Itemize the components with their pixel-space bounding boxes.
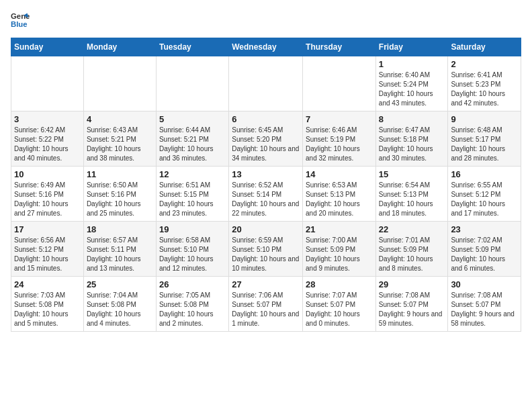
header-day-friday: Friday bbox=[375, 38, 448, 56]
calendar-cell: 20Sunrise: 6:59 AM Sunset: 5:10 PM Dayli… bbox=[229, 222, 303, 277]
calendar-cell: 3Sunrise: 6:42 AM Sunset: 5:22 PM Daylig… bbox=[11, 111, 84, 167]
header-day-wednesday: Wednesday bbox=[229, 38, 303, 56]
day-number: 14 bbox=[306, 169, 373, 179]
day-info: Sunrise: 6:51 AM Sunset: 5:15 PM Dayligh… bbox=[159, 181, 226, 218]
day-info: Sunrise: 6:40 AM Sunset: 5:24 PM Dayligh… bbox=[379, 71, 445, 108]
day-number: 6 bbox=[232, 114, 300, 124]
day-info: Sunrise: 6:52 AM Sunset: 5:14 PM Dayligh… bbox=[232, 181, 300, 218]
calendar-cell bbox=[11, 56, 84, 111]
calendar-cell: 19Sunrise: 6:58 AM Sunset: 5:10 PM Dayli… bbox=[156, 222, 228, 277]
day-info: Sunrise: 6:49 AM Sunset: 5:16 PM Dayligh… bbox=[14, 181, 81, 218]
logo: General Blue bbox=[11, 11, 30, 30]
week-row-2: 3Sunrise: 6:42 AM Sunset: 5:22 PM Daylig… bbox=[11, 111, 521, 167]
day-number: 12 bbox=[159, 169, 226, 179]
week-row-5: 24Sunrise: 7:03 AM Sunset: 5:08 PM Dayli… bbox=[11, 277, 521, 332]
calendar-cell: 30Sunrise: 7:08 AM Sunset: 5:07 PM Dayli… bbox=[448, 277, 521, 332]
day-number: 22 bbox=[379, 224, 445, 234]
day-number: 15 bbox=[379, 169, 445, 179]
day-number: 20 bbox=[232, 224, 300, 234]
header-day-thursday: Thursday bbox=[303, 38, 376, 56]
day-number: 10 bbox=[14, 169, 81, 179]
day-number: 1 bbox=[379, 59, 445, 69]
day-info: Sunrise: 7:08 AM Sunset: 5:07 PM Dayligh… bbox=[451, 291, 518, 328]
day-info: Sunrise: 6:42 AM Sunset: 5:22 PM Dayligh… bbox=[14, 126, 81, 163]
day-number: 19 bbox=[159, 224, 226, 234]
day-number: 4 bbox=[87, 114, 153, 124]
logo-icon: General Blue bbox=[11, 11, 30, 30]
calendar-cell: 26Sunrise: 7:05 AM Sunset: 5:08 PM Dayli… bbox=[156, 277, 228, 332]
calendar-cell: 8Sunrise: 6:47 AM Sunset: 5:18 PM Daylig… bbox=[375, 111, 448, 167]
calendar-cell bbox=[303, 56, 376, 111]
week-row-3: 10Sunrise: 6:49 AM Sunset: 5:16 PM Dayli… bbox=[11, 167, 521, 222]
day-number: 7 bbox=[306, 114, 373, 124]
day-info: Sunrise: 6:47 AM Sunset: 5:18 PM Dayligh… bbox=[379, 126, 445, 163]
calendar-cell: 1Sunrise: 6:40 AM Sunset: 5:24 PM Daylig… bbox=[375, 56, 448, 111]
day-info: Sunrise: 7:00 AM Sunset: 5:09 PM Dayligh… bbox=[306, 236, 373, 273]
header-row: SundayMondayTuesdayWednesdayThursdayFrid… bbox=[11, 38, 521, 56]
header-day-saturday: Saturday bbox=[448, 38, 521, 56]
day-number: 27 bbox=[232, 279, 300, 289]
calendar-cell: 2Sunrise: 6:41 AM Sunset: 5:23 PM Daylig… bbox=[448, 56, 521, 111]
calendar-cell: 10Sunrise: 6:49 AM Sunset: 5:16 PM Dayli… bbox=[11, 167, 84, 222]
day-info: Sunrise: 6:44 AM Sunset: 5:21 PM Dayligh… bbox=[159, 126, 226, 163]
calendar-cell: 25Sunrise: 7:04 AM Sunset: 5:08 PM Dayli… bbox=[83, 277, 156, 332]
day-info: Sunrise: 6:59 AM Sunset: 5:10 PM Dayligh… bbox=[232, 236, 300, 273]
calendar-cell: 15Sunrise: 6:54 AM Sunset: 5:13 PM Dayli… bbox=[375, 167, 448, 222]
calendar-cell: 4Sunrise: 6:43 AM Sunset: 5:21 PM Daylig… bbox=[83, 111, 156, 167]
day-info: Sunrise: 6:54 AM Sunset: 5:13 PM Dayligh… bbox=[379, 181, 445, 218]
calendar-cell: 6Sunrise: 6:45 AM Sunset: 5:20 PM Daylig… bbox=[229, 111, 303, 167]
day-number: 11 bbox=[87, 169, 153, 179]
page-header: General Blue bbox=[11, 11, 521, 30]
day-number: 18 bbox=[87, 224, 153, 234]
calendar-cell: 17Sunrise: 6:56 AM Sunset: 5:12 PM Dayli… bbox=[11, 222, 84, 277]
calendar-cell: 24Sunrise: 7:03 AM Sunset: 5:08 PM Dayli… bbox=[11, 277, 84, 332]
svg-text:Blue: Blue bbox=[11, 20, 28, 28]
day-info: Sunrise: 6:50 AM Sunset: 5:16 PM Dayligh… bbox=[87, 181, 153, 218]
calendar-cell: 14Sunrise: 6:53 AM Sunset: 5:13 PM Dayli… bbox=[303, 167, 376, 222]
header-day-monday: Monday bbox=[83, 38, 156, 56]
day-number: 16 bbox=[451, 169, 518, 179]
day-number: 5 bbox=[159, 114, 226, 124]
day-info: Sunrise: 6:46 AM Sunset: 5:19 PM Dayligh… bbox=[306, 126, 373, 163]
day-number: 17 bbox=[14, 224, 81, 234]
day-info: Sunrise: 7:05 AM Sunset: 5:08 PM Dayligh… bbox=[159, 291, 226, 328]
calendar-cell: 22Sunrise: 7:01 AM Sunset: 5:09 PM Dayli… bbox=[375, 222, 448, 277]
calendar-cell: 11Sunrise: 6:50 AM Sunset: 5:16 PM Dayli… bbox=[83, 167, 156, 222]
day-number: 3 bbox=[14, 114, 81, 124]
calendar-cell: 29Sunrise: 7:08 AM Sunset: 5:07 PM Dayli… bbox=[375, 277, 448, 332]
day-number: 2 bbox=[451, 59, 518, 69]
day-info: Sunrise: 7:08 AM Sunset: 5:07 PM Dayligh… bbox=[379, 291, 445, 328]
day-info: Sunrise: 7:03 AM Sunset: 5:08 PM Dayligh… bbox=[14, 291, 81, 328]
calendar-header: SundayMondayTuesdayWednesdayThursdayFrid… bbox=[11, 38, 521, 56]
day-number: 9 bbox=[451, 114, 518, 124]
week-row-4: 17Sunrise: 6:56 AM Sunset: 5:12 PM Dayli… bbox=[11, 222, 521, 277]
calendar-cell: 27Sunrise: 7:06 AM Sunset: 5:07 PM Dayli… bbox=[229, 277, 303, 332]
day-info: Sunrise: 6:58 AM Sunset: 5:10 PM Dayligh… bbox=[159, 236, 226, 273]
day-info: Sunrise: 7:02 AM Sunset: 5:09 PM Dayligh… bbox=[451, 236, 518, 273]
day-number: 8 bbox=[379, 114, 445, 124]
week-row-1: 1Sunrise: 6:40 AM Sunset: 5:24 PM Daylig… bbox=[11, 56, 521, 111]
day-info: Sunrise: 6:56 AM Sunset: 5:12 PM Dayligh… bbox=[14, 236, 81, 273]
calendar-cell bbox=[83, 56, 156, 111]
day-info: Sunrise: 6:41 AM Sunset: 5:23 PM Dayligh… bbox=[451, 71, 518, 108]
day-info: Sunrise: 6:53 AM Sunset: 5:13 PM Dayligh… bbox=[306, 181, 373, 218]
calendar-cell: 21Sunrise: 7:00 AM Sunset: 5:09 PM Dayli… bbox=[303, 222, 376, 277]
calendar-cell: 9Sunrise: 6:48 AM Sunset: 5:17 PM Daylig… bbox=[448, 111, 521, 167]
day-info: Sunrise: 6:45 AM Sunset: 5:20 PM Dayligh… bbox=[232, 126, 300, 163]
header-day-tuesday: Tuesday bbox=[156, 38, 228, 56]
day-number: 25 bbox=[87, 279, 153, 289]
calendar-table: SundayMondayTuesdayWednesdayThursdayFrid… bbox=[11, 38, 521, 332]
calendar-cell: 5Sunrise: 6:44 AM Sunset: 5:21 PM Daylig… bbox=[156, 111, 228, 167]
day-info: Sunrise: 6:48 AM Sunset: 5:17 PM Dayligh… bbox=[451, 126, 518, 163]
day-info: Sunrise: 6:43 AM Sunset: 5:21 PM Dayligh… bbox=[87, 126, 153, 163]
day-number: 23 bbox=[451, 224, 518, 234]
calendar-cell: 13Sunrise: 6:52 AM Sunset: 5:14 PM Dayli… bbox=[229, 167, 303, 222]
calendar-cell: 12Sunrise: 6:51 AM Sunset: 5:15 PM Dayli… bbox=[156, 167, 228, 222]
day-number: 29 bbox=[379, 279, 445, 289]
day-info: Sunrise: 7:01 AM Sunset: 5:09 PM Dayligh… bbox=[379, 236, 445, 273]
calendar-cell: 23Sunrise: 7:02 AM Sunset: 5:09 PM Dayli… bbox=[448, 222, 521, 277]
calendar-cell: 28Sunrise: 7:07 AM Sunset: 5:07 PM Dayli… bbox=[303, 277, 376, 332]
day-info: Sunrise: 6:57 AM Sunset: 5:11 PM Dayligh… bbox=[87, 236, 153, 273]
day-info: Sunrise: 7:04 AM Sunset: 5:08 PM Dayligh… bbox=[87, 291, 153, 328]
day-info: Sunrise: 6:55 AM Sunset: 5:12 PM Dayligh… bbox=[451, 181, 518, 218]
